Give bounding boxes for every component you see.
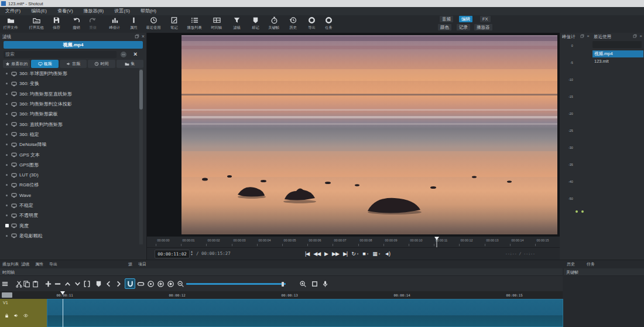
filter-tab-3[interactable]: 音频 bbox=[60, 60, 87, 68]
float-panel-icon[interactable] bbox=[580, 34, 584, 38]
filter-item[interactable]: 360: 均衡矩形至直线矩形 bbox=[0, 89, 138, 99]
clear-search-icon[interactable]: × bbox=[133, 50, 137, 57]
filter-item[interactable]: 亮度 bbox=[0, 220, 138, 230]
timeline-square-button[interactable] bbox=[309, 278, 320, 289]
float-panel-icon[interactable] bbox=[135, 34, 139, 39]
dock-tab-1[interactable]: 播放列表 bbox=[2, 261, 19, 267]
dropdown-caret-icon[interactable]: ▾ bbox=[357, 252, 359, 256]
filter-list-scrollbar[interactable] bbox=[139, 69, 143, 244]
timeline-circle-plus-button[interactable] bbox=[155, 278, 166, 289]
dock-tab-3[interactable]: 属性 bbox=[35, 261, 43, 267]
timeline-paste-button[interactable] bbox=[30, 278, 40, 289]
stop-button[interactable]: ■ bbox=[362, 249, 365, 258]
filter-item[interactable]: Wave bbox=[0, 190, 138, 200]
timeline-minus-button[interactable] bbox=[52, 278, 63, 289]
timeline-playhead-line[interactable] bbox=[63, 299, 63, 327]
filter-item[interactable]: LUT (3D) bbox=[0, 170, 138, 180]
close-panel-icon[interactable]: × bbox=[587, 34, 590, 38]
timeline-mic-button[interactable] bbox=[320, 278, 330, 289]
right-dock-tab-1[interactable]: 历史 bbox=[567, 261, 575, 267]
timeline-ruler[interactable]: 00:00:1100:00:1200:00:1300:00:1400:00:15 bbox=[0, 291, 563, 299]
menu-1[interactable]: 文件(F) bbox=[0, 7, 26, 15]
timeline-chev-up-button[interactable] bbox=[62, 278, 73, 289]
menu-3[interactable]: 查看(V) bbox=[52, 7, 78, 15]
filter-item[interactable]: 不透明度 bbox=[0, 210, 138, 220]
current-timecode-field[interactable]: 00:00:11:02 bbox=[155, 250, 190, 258]
filter-item[interactable]: 360: 均衡矩形蒙板 bbox=[0, 109, 138, 119]
filter-item[interactable]: GPS图形 bbox=[0, 160, 138, 170]
menu-5[interactable]: 设置(S) bbox=[109, 7, 135, 15]
timeline-clip[interactable] bbox=[47, 299, 563, 327]
dropdown-caret-icon[interactable]: ▾ bbox=[379, 252, 381, 256]
track-lock-icon[interactable] bbox=[4, 313, 9, 318]
dock-tab-2[interactable]: 滤镜 bbox=[21, 261, 29, 267]
track-hide-icon[interactable] bbox=[23, 313, 29, 318]
zoom-slider-handle[interactable] bbox=[282, 282, 284, 287]
filter-item[interactable]: DeNoise降噪 bbox=[0, 139, 138, 149]
layout-button-2[interactable]: 编辑 bbox=[459, 16, 472, 22]
timeline-magnet-button[interactable] bbox=[125, 278, 135, 289]
timeline-circle-diamond-button[interactable] bbox=[165, 278, 176, 289]
filtered-clip-name[interactable]: 视频.mp4 bbox=[4, 41, 143, 49]
timeline-chev-right-button[interactable] bbox=[113, 278, 124, 289]
menu-4[interactable]: 播放器(B) bbox=[78, 7, 109, 15]
player-scrub-ruler[interactable]: 00:00:0000:00:0100:00:0200:00:0300:00:04… bbox=[147, 236, 560, 247]
recent-search-input[interactable] bbox=[592, 41, 642, 48]
filter-item[interactable]: RGB位移 bbox=[0, 180, 138, 190]
toolbar-folder-button[interactable]: 打开文件 bbox=[0, 16, 23, 30]
filter-item[interactable]: 360: 稳定 bbox=[0, 130, 138, 139]
player-tab-2[interactable]: 项目 bbox=[138, 261, 146, 267]
timeline-zoom-slider[interactable] bbox=[186, 283, 286, 285]
dropdown-caret-icon[interactable]: ▾ bbox=[367, 252, 369, 256]
toolbar-ring-button[interactable]: 任务 bbox=[316, 16, 341, 30]
timeline-zoom-in-button[interactable] bbox=[297, 278, 308, 289]
filter-item[interactable]: 360: 变换 bbox=[0, 79, 138, 88]
play-button[interactable]: ▶ bbox=[324, 249, 328, 258]
rewind-button[interactable]: ◀◀ bbox=[313, 249, 320, 258]
close-panel-icon[interactable]: × bbox=[142, 34, 145, 39]
scrollbar-thumb[interactable] bbox=[139, 70, 143, 110]
timecode-spinner[interactable]: ▲▼ bbox=[190, 250, 193, 256]
layout-button-4[interactable]: 颜色 bbox=[438, 24, 451, 30]
timeline-menu-button[interactable] bbox=[0, 278, 10, 289]
timeline-zoom-out-button[interactable] bbox=[175, 278, 186, 289]
filter-item[interactable]: 360: 半球面到均衡矩形 bbox=[0, 69, 138, 79]
layout-button-5[interactable]: 记录 bbox=[457, 24, 470, 30]
search-options-icon[interactable] bbox=[121, 52, 126, 57]
float-panel-icon[interactable] bbox=[633, 34, 637, 38]
player-playhead[interactable] bbox=[434, 237, 439, 240]
dock-tab-4[interactable]: 导出 bbox=[49, 261, 57, 267]
filter-item[interactable]: GPS 文本 bbox=[0, 149, 138, 159]
fast-forward-button[interactable]: ▶▶ bbox=[332, 249, 339, 258]
recent-item[interactable]: 123.mlt bbox=[592, 58, 643, 65]
filter-item[interactable]: 老电影颗粒 bbox=[0, 231, 138, 241]
close-panel-icon[interactable]: × bbox=[639, 34, 642, 38]
right-dock-tab-2[interactable]: 任务 bbox=[587, 261, 595, 267]
track-mute-icon[interactable] bbox=[13, 313, 19, 318]
filter-tab-1[interactable]: 最喜欢的 bbox=[3, 60, 30, 68]
loop-button[interactable]: ↻ bbox=[351, 249, 355, 258]
track-head-v1[interactable]: V1 bbox=[0, 299, 47, 327]
skip-to-start-button[interactable]: |◀ bbox=[305, 249, 309, 258]
timeline-pill-button[interactable] bbox=[135, 278, 146, 289]
timeline-split-button[interactable] bbox=[81, 278, 92, 289]
layout-button-1[interactable]: 音频 bbox=[440, 16, 453, 22]
timeline-chev-left-button[interactable] bbox=[103, 278, 114, 289]
filter-item[interactable]: 360: 均衡矩形到立体投影 bbox=[0, 99, 138, 109]
filter-item[interactable]: 不稳定 bbox=[0, 200, 138, 210]
filter-tab-2[interactable]: 视频 bbox=[31, 60, 58, 68]
filter-tab-5[interactable]: 集 bbox=[117, 60, 143, 68]
menu-6[interactable]: 帮助(H) bbox=[135, 7, 162, 15]
layout-button-6[interactable]: 播放器 bbox=[474, 24, 492, 30]
timeline-circle-dot-button[interactable] bbox=[145, 278, 156, 289]
grid-button[interactable]: ▦ bbox=[372, 249, 377, 258]
layout-button-3[interactable]: FX bbox=[480, 16, 491, 22]
recent-item[interactable]: 视频.mp4 bbox=[592, 50, 643, 57]
filter-tab-4[interactable]: 时间 bbox=[88, 60, 115, 68]
timeline-marker-button[interactable] bbox=[93, 278, 104, 289]
player-tab-1[interactable]: 源 bbox=[128, 261, 132, 267]
volume-button[interactable]: ◄) bbox=[384, 249, 390, 258]
filter-item[interactable]: 360: 直线到均衡矩形 bbox=[0, 119, 138, 129]
filter-search-input[interactable]: 搜索 bbox=[4, 51, 117, 58]
skip-to-end-button[interactable]: ▶| bbox=[343, 249, 347, 258]
